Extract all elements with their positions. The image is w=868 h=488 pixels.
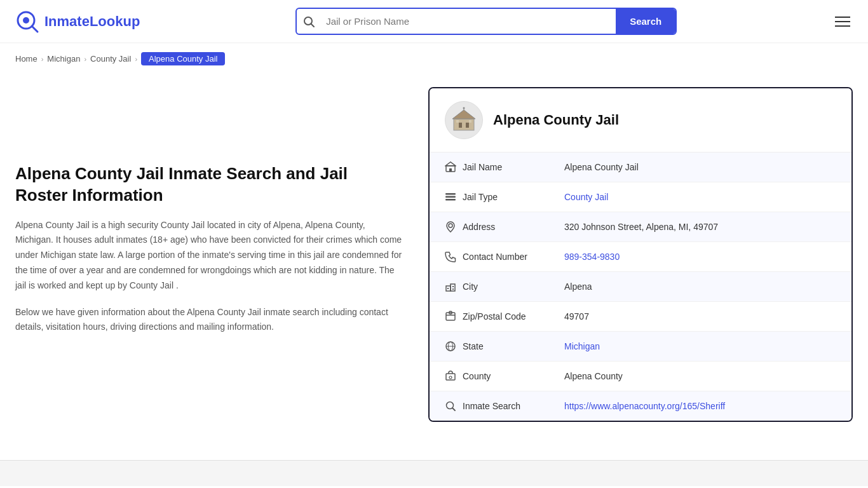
chevron-icon-3: › [135,55,137,63]
hamburger-menu-button[interactable] [832,14,853,29]
zip-icon [445,311,463,322]
footer [0,460,868,486]
county-icon [445,370,463,382]
breadcrumb-active: Alpena County Jail [141,52,225,65]
row-label-3: Contact Number [463,252,564,262]
row-value-2: 320 Johnson Street, Alpena, MI, 49707 [564,222,836,232]
row-value-4: Alpena [564,281,836,292]
info-row: Contact Number989-354-9830 [430,242,851,272]
page-title: Alpena County Jail Inmate Search and Jai… [15,163,403,207]
info-row: Address320 Johnson Street, Alpena, MI, 4… [430,212,851,242]
row-label-4: City [463,281,564,292]
right-column: Alpena County Jail Jail NameAlpena Count… [428,87,853,422]
row-value-8[interactable]: https://www.alpenacounty.org/165/Sheriff [564,401,836,411]
hamburger-line-1 [835,17,850,18]
left-column: Alpena County Jail Inmate Search and Jai… [15,87,428,422]
svg-point-3 [304,17,312,25]
jail-avatar [445,101,483,139]
svg-point-33 [447,402,454,409]
globe-icon [445,341,463,352]
row-label-0: Jail Name [463,162,564,172]
search-icon-wrap [297,16,321,27]
jail-icon [445,161,463,173]
building-icon [450,106,478,134]
row-value-7: Alpena County [564,371,836,381]
svg-rect-23 [452,286,454,287]
svg-marker-14 [445,162,456,166]
svg-rect-17 [445,196,456,198]
page-description-1: Alpena County Jail is a high security Co… [15,218,403,294]
row-label-6: State [463,341,564,351]
info-row: Jail NameAlpena County Jail [430,152,851,182]
row-label-1: Jail Type [463,192,564,202]
svg-rect-16 [445,193,456,195]
chevron-icon-1: › [41,55,44,63]
logo-text: InmateLookup [44,13,140,30]
svg-line-34 [453,409,456,411]
breadcrumb-home[interactable]: Home [15,54,37,64]
logo-link[interactable]: InmateLookup [15,10,140,34]
svg-point-2 [23,17,29,24]
search-icon [303,16,315,27]
breadcrumb-michigan[interactable]: Michigan [47,54,80,64]
row-value-3[interactable]: 989-354-9830 [564,252,836,262]
location-icon [445,221,463,233]
svg-rect-7 [459,123,462,128]
phone-icon [445,251,463,262]
main-content: Alpena County Jail Inmate Search and Jai… [0,74,868,435]
logo-icon [15,10,39,34]
row-label-5: Zip/Postal Code [463,311,564,322]
search-input[interactable] [321,10,616,33]
card-title: Alpena County Jail [493,112,619,128]
card-header: Alpena County Jail [430,88,851,152]
svg-rect-10 [469,120,471,123]
hamburger-line-2 [835,21,850,22]
svg-rect-18 [445,199,456,201]
row-value-5: 49707 [564,311,836,322]
row-value-6[interactable]: Michigan [564,341,836,351]
row-link-8[interactable]: https://www.alpenacounty.org/165/Sheriff [564,401,725,411]
breadcrumb-county-jail[interactable]: County Jail [90,54,131,64]
info-row: CityAlpena [430,272,851,302]
hamburger-line-3 [835,25,850,27]
chevron-icon-2: › [84,55,86,63]
row-label-7: County [463,371,564,381]
svg-point-32 [449,376,452,379]
search-area: Search [295,8,677,35]
row-link-6[interactable]: Michigan [564,341,600,351]
svg-point-19 [449,224,452,227]
site-header: InmateLookup Search [0,0,868,43]
svg-marker-6 [452,110,475,119]
svg-rect-24 [452,288,454,290]
page-description-2: Below we have given information about th… [15,305,403,336]
svg-point-12 [463,107,465,109]
list-icon [445,191,463,203]
city-icon [445,281,463,292]
info-row: Jail TypeCounty Jail [430,182,851,212]
row-link-3[interactable]: 989-354-9830 [564,252,620,262]
info-row: StateMichigan [430,332,851,362]
row-link-1[interactable]: County Jail [564,192,608,202]
svg-rect-15 [449,168,452,172]
svg-rect-21 [451,284,455,291]
info-row: CountyAlpena County [430,362,851,391]
search-wrapper: Search [295,8,677,35]
search-icon [445,400,463,412]
info-row: Inmate Searchhttps://www.alpenacounty.or… [430,391,851,421]
info-card: Alpena County Jail Jail NameAlpena Count… [428,87,853,422]
search-button[interactable]: Search [616,9,675,34]
row-label-8: Inmate Search [463,401,564,411]
svg-line-1 [32,26,37,32]
svg-line-4 [311,24,314,27]
svg-rect-8 [466,123,469,128]
info-row: Zip/Postal Code49707 [430,302,851,332]
row-value-0: Alpena County Jail [564,162,836,172]
svg-rect-22 [447,288,449,289]
row-value-1[interactable]: County Jail [564,192,836,202]
breadcrumb: Home › Michigan › County Jail › Alpena C… [0,43,868,74]
row-label-2: Address [463,222,564,232]
svg-rect-9 [456,120,459,123]
info-rows-container: Jail NameAlpena County JailJail TypeCoun… [430,152,851,421]
